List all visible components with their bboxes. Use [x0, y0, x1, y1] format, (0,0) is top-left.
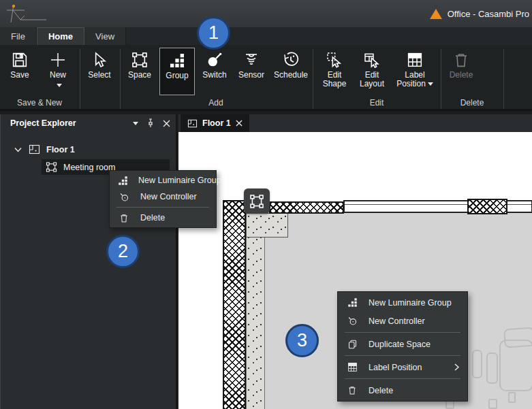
- delete-button[interactable]: Delete: [443, 48, 479, 95]
- callout-1: 1: [197, 16, 230, 50]
- chair-leg-outline: [488, 399, 497, 409]
- edit-shape-button[interactable]: Edit Shape: [316, 48, 353, 95]
- submenu-arrow-icon: [454, 363, 459, 371]
- controller-icon: [346, 316, 358, 326]
- group-button[interactable]: Group: [159, 48, 195, 95]
- project-tree: Floor 1 Meeting room: [1, 132, 176, 175]
- document-tab-bar: Floor 1: [178, 114, 532, 132]
- document-tab-label: Floor 1: [202, 118, 231, 128]
- menu-item-duplicate-space[interactable]: Duplicate Space: [338, 335, 467, 353]
- delete-label: Delete: [450, 71, 473, 80]
- select-cursor-icon: [91, 52, 108, 68]
- panel-close-icon[interactable]: [163, 120, 170, 127]
- sensor-icon: [243, 52, 260, 68]
- group-icon: [169, 52, 185, 69]
- space-button[interactable]: Space: [124, 48, 155, 95]
- callout-2: 2: [106, 235, 140, 268]
- space-selection-badge[interactable]: [244, 189, 270, 214]
- tree-item-floor-1[interactable]: Floor 1: [1, 142, 176, 157]
- save-label: Save: [10, 71, 29, 80]
- group-label-delete: Delete: [441, 97, 503, 109]
- menu-item-new-luminaire-group[interactable]: New Luminaire Group: [110, 172, 216, 189]
- ribbon-separator: [80, 49, 80, 109]
- app-title-text: Office - Casambi Pro (: [448, 9, 532, 19]
- select-button[interactable]: Select: [83, 48, 116, 95]
- menu-item-label-position[interactable]: Label Position: [338, 358, 467, 376]
- callout-number: 3: [297, 330, 307, 351]
- floor-plan-window: [507, 200, 532, 213]
- group-label-edit: Edit: [313, 97, 441, 109]
- label-position-label: Label Position: [391, 71, 439, 88]
- casambi-logo: [4, 2, 48, 25]
- save-icon: [12, 52, 28, 68]
- explorer-context-menu: New Luminaire Group New Controller Delet…: [109, 170, 217, 228]
- chevron-down-icon[interactable]: [14, 147, 22, 152]
- floor-plan-column: [246, 213, 288, 238]
- new-dropdown-caret-icon[interactable]: [57, 84, 62, 87]
- space-icon: [131, 52, 148, 68]
- luminaire-group-icon: [118, 176, 128, 186]
- floor-icon: [29, 144, 40, 154]
- label-position-icon: [346, 362, 358, 372]
- chair-arm-outline: [486, 353, 498, 384]
- floor-plan-wall-top: [269, 201, 344, 214]
- label-position-caret-icon: [428, 82, 433, 86]
- menu-item-new-luminaire-group[interactable]: New Luminaire Group: [338, 293, 467, 312]
- project-explorer-header: Project Explorer: [1, 114, 176, 132]
- tab-home[interactable]: Home: [37, 27, 84, 45]
- canvas-context-menu: New Luminaire Group New Controller Dupli…: [337, 291, 468, 402]
- menu-item-new-controller[interactable]: New Controller: [110, 189, 216, 205]
- new-plus-icon: [49, 52, 67, 68]
- group-label-save-new: Save & New: [0, 97, 79, 109]
- save-button[interactable]: Save: [4, 48, 35, 95]
- pin-icon[interactable]: [146, 118, 155, 128]
- switch-button[interactable]: Switch: [198, 48, 232, 95]
- floor-plan-window: [344, 200, 469, 213]
- edit-layout-label: Edit Layout: [354, 71, 390, 88]
- menu-tab-bar: File Home View: [0, 27, 532, 45]
- menu-item-delete[interactable]: Delete: [110, 210, 216, 226]
- switch-label: Switch: [202, 71, 226, 80]
- luminaire-group-icon: [346, 297, 358, 308]
- callout-number: 1: [208, 22, 219, 44]
- edit-shape-label: Edit Shape: [316, 71, 353, 88]
- tab-view[interactable]: View: [84, 27, 126, 45]
- menu-separator: [345, 378, 460, 379]
- callout-3: 3: [285, 324, 319, 357]
- controller-icon: [118, 192, 130, 202]
- schedule-icon: [283, 52, 299, 68]
- panel-menu-caret-icon[interactable]: [133, 122, 138, 125]
- space-label: Space: [128, 71, 151, 80]
- trash-icon: [453, 52, 469, 68]
- group-label: Group: [166, 71, 188, 80]
- floor-plan-wall-left: [223, 200, 246, 409]
- label-position-icon: [407, 52, 423, 68]
- floor-plan-wall-segment: [467, 199, 507, 214]
- label-position-button[interactable]: Label Position: [391, 48, 439, 95]
- duplicate-icon: [346, 339, 358, 350]
- project-explorer-panel: Project Explorer Floor 1: [0, 114, 177, 409]
- menu-item-delete[interactable]: Delete: [338, 381, 467, 399]
- edit-shape-icon: [326, 52, 343, 68]
- menu-separator: [116, 207, 209, 208]
- space-icon: [249, 194, 264, 209]
- callout-number: 2: [118, 241, 128, 262]
- tree-item-label: Floor 1: [46, 145, 75, 154]
- tab-file[interactable]: File: [0, 27, 37, 45]
- chair-leg-outline: [508, 392, 516, 403]
- trash-icon: [346, 385, 358, 395]
- app-icon: [430, 9, 442, 19]
- schedule-button[interactable]: Schedule: [270, 48, 311, 95]
- chair-outline: [499, 340, 532, 391]
- select-label: Select: [88, 71, 110, 80]
- tab-floor-1-document[interactable]: Floor 1: [181, 114, 249, 132]
- menu-item-new-controller[interactable]: New Controller: [338, 312, 467, 330]
- edit-layout-button[interactable]: Edit Layout: [354, 48, 390, 95]
- space-icon: [46, 162, 57, 172]
- schedule-label: Schedule: [274, 71, 308, 80]
- tab-close-icon[interactable]: [236, 120, 242, 127]
- new-button[interactable]: New: [40, 48, 76, 95]
- sensor-label: Sensor: [238, 71, 264, 80]
- ribbon-toolbar: Save New Select Space Group: [0, 45, 532, 111]
- sensor-button[interactable]: Sensor: [234, 48, 269, 95]
